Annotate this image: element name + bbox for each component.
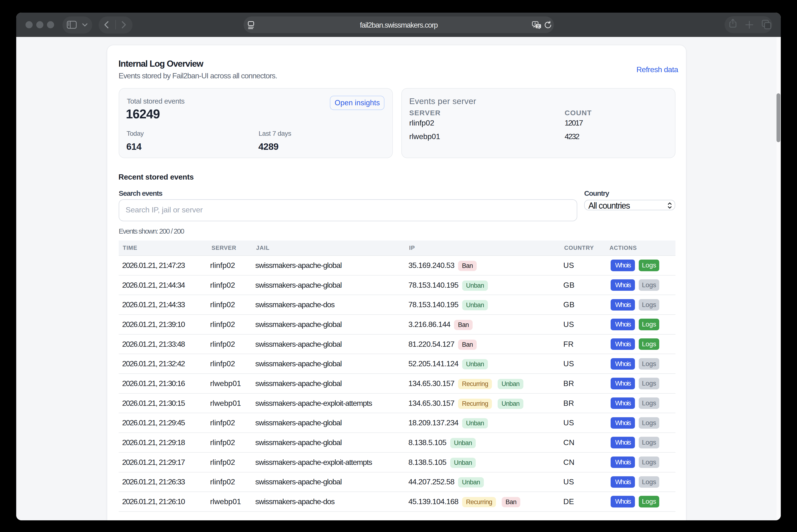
- svg-text:文: 文: [537, 24, 540, 28]
